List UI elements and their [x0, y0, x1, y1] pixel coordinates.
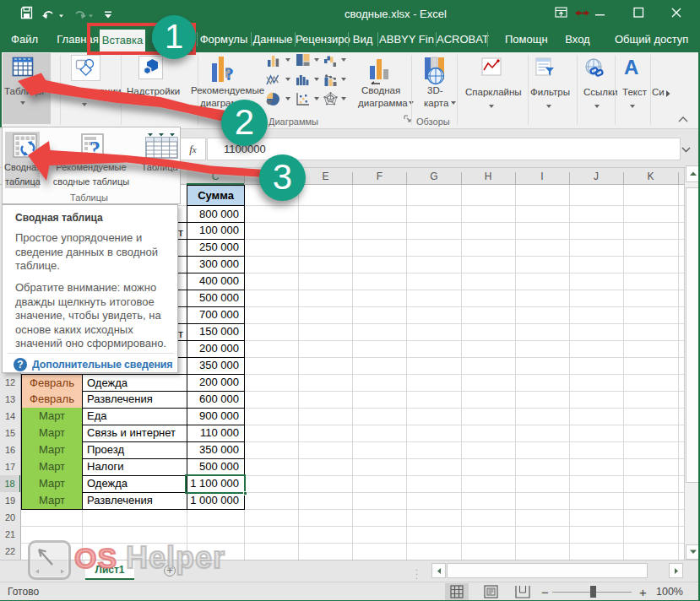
svg-text:?: ?: [225, 63, 234, 84]
svg-text:?: ?: [90, 137, 100, 159]
svg-text:A: A: [624, 57, 638, 78]
